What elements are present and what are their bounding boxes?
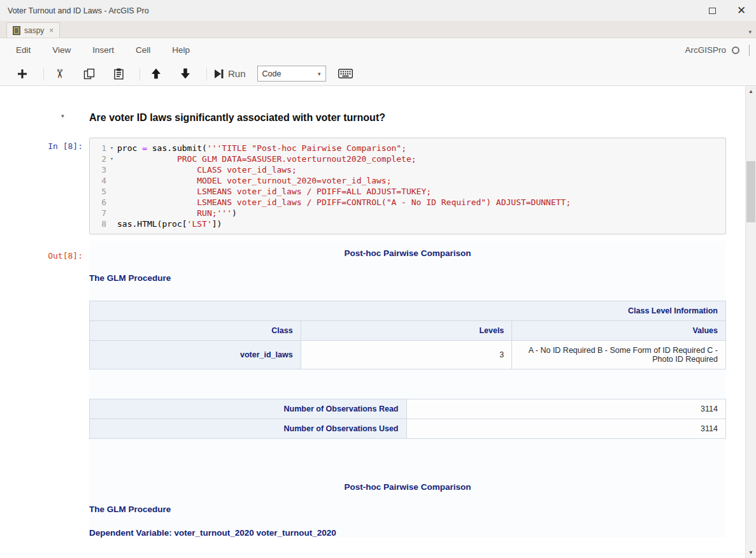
scroll-up-icon[interactable]: ▲ (746, 86, 756, 97)
code-line[interactable]: 8sas.HTML(proc['LST']) (92, 218, 723, 229)
table-cell: A - No ID Required B - Some Form of ID R… (512, 341, 726, 369)
code-line[interactable]: 1▾proc = sas.submit('''TITLE "Post-hoc P… (92, 143, 723, 154)
paste-cell-button[interactable] (109, 65, 128, 83)
app-window: Voter Turnout and ID Laws - ArcGIS Pro ✕… (0, 0, 756, 558)
line-number: 4 (92, 175, 106, 186)
output-cell: Out[8]: Post-hoc Pairwise Comparison The… (0, 241, 745, 538)
plus-icon (17, 69, 27, 79)
move-cell-up-button[interactable] (146, 65, 166, 83)
fold-gutter (106, 197, 117, 208)
menu-view[interactable]: View (52, 45, 71, 55)
line-number: 3 (92, 164, 106, 175)
paste-icon (113, 68, 124, 80)
menu-cell[interactable]: Cell (136, 45, 150, 55)
markdown-heading: Are voter ID laws significantly associat… (89, 111, 385, 124)
observations-table: Number of Observations Read3114Number of… (89, 399, 726, 439)
fold-gutter (106, 164, 117, 175)
tab-bar: saspy × ▾ (0, 21, 756, 38)
table-cell: 3114 (406, 419, 726, 439)
cell-type-dropdown[interactable]: Code ▾ (257, 66, 326, 82)
row-header: voter_id_laws (90, 341, 301, 369)
cut-cell-button[interactable]: ✂ (50, 65, 69, 83)
step-forward-icon (213, 69, 224, 79)
code-line[interactable]: 5 LSMEANS voter_id_laws / PDIFF=ALL ADJU… (92, 186, 723, 197)
vertical-scrollbar[interactable]: ▲ ▼ (745, 86, 756, 558)
kernel-status-icon (732, 46, 739, 54)
table-row: voter_id_laws3A - No ID Required B - Som… (90, 341, 726, 369)
divider (139, 68, 140, 80)
copy-cell-button[interactable] (80, 65, 99, 83)
code-line[interactable]: 6 LSMEANS voter_id_laws / PDIFF=CONTROL(… (92, 197, 723, 208)
fold-arrow-icon[interactable]: ▾ (106, 143, 117, 154)
maximize-button[interactable] (697, 0, 727, 21)
row-header: Number of Observations Used (90, 419, 407, 439)
code-cell[interactable]: In [8]: 1▾proc = sas.submit('''TITLE "Po… (0, 138, 745, 234)
code-line[interactable]: 3 CLASS voter_id_laws; (92, 164, 723, 175)
sas-title: Post-hoc Pairwise Comparison (89, 248, 726, 258)
sas-title-2: Post-hoc Pairwise Comparison (89, 482, 726, 492)
scroll-down-icon[interactable]: ▼ (746, 547, 756, 558)
add-cell-button[interactable] (13, 65, 32, 83)
class-table-header-row: ClassLevelsValues (90, 321, 726, 341)
chevron-down-icon[interactable]: ▾ (748, 29, 752, 35)
code-text: sas.HTML(proc['LST']) (117, 218, 222, 229)
tab-saspy[interactable]: saspy × (6, 22, 60, 38)
move-cell-down-button[interactable] (176, 65, 195, 83)
window-title: Voter Turnout and ID Laws - ArcGIS Pro (8, 6, 149, 15)
column-header: Class (90, 321, 301, 341)
menu-edit[interactable]: Edit (16, 45, 31, 55)
kernel-indicator: ArcGISPro (685, 45, 750, 56)
kernel-name: ArcGISPro (685, 45, 726, 55)
output-prompt: Out[8]: (0, 241, 89, 538)
column-header: Levels (301, 321, 512, 341)
command-palette-button[interactable] (336, 65, 355, 83)
code-text: RUN;''') (117, 208, 237, 218)
code-line[interactable]: 7 RUN;''') (92, 208, 723, 218)
code-line[interactable]: 4 MODEL voter_turnout_2020=voter_id_laws… (92, 175, 723, 186)
cell-type-value: Code (262, 69, 282, 78)
tab-close-icon[interactable]: × (48, 26, 53, 35)
notebook-area: ▾ Are voter ID laws significantly associ… (0, 86, 756, 558)
fold-arrow-icon[interactable]: ▾ (106, 154, 117, 164)
menu-bar: Edit View Insert Cell Help ArcGISPro (0, 38, 756, 62)
table-row: Number of Observations Used3114 (90, 419, 726, 439)
line-number: 8 (92, 218, 106, 229)
menu-insert[interactable]: Insert (92, 45, 114, 55)
collapse-arrow-icon[interactable]: ▾ (0, 111, 89, 124)
code-line[interactable]: 2▾ PROC GLM DATA=SASUSER.voterturnout202… (92, 154, 723, 164)
line-number: 2 (92, 154, 106, 164)
sas-procedure-label-2: The GLM Procedure (89, 504, 726, 514)
divider (749, 45, 750, 56)
scrollbar-thumb[interactable] (746, 161, 755, 222)
menu-help[interactable]: Help (172, 45, 190, 55)
table-cell: 3 (301, 341, 512, 369)
window-controls: ✕ (697, 0, 756, 21)
line-number: 1 (92, 143, 106, 154)
class-table-body: voter_id_laws3A - No ID Required B - Som… (90, 341, 726, 369)
table-cell: 3114 (406, 399, 726, 419)
fold-gutter (106, 186, 117, 197)
fold-gutter (106, 175, 117, 186)
code-editor[interactable]: 1▾proc = sas.submit('''TITLE "Post-hoc P… (89, 138, 726, 234)
tab-label: saspy (24, 26, 44, 35)
run-button[interactable]: Run (213, 65, 246, 83)
line-number: 6 (92, 197, 106, 208)
line-number: 5 (92, 186, 106, 197)
scissors-icon: ✂ (52, 69, 67, 79)
table-caption: Class Level Information (90, 301, 726, 321)
table-row: Number of Observations Read3114 (90, 399, 726, 419)
sas-procedure-label: The GLM Procedure (89, 273, 726, 283)
chevron-down-icon: ▾ (318, 71, 321, 77)
keyboard-icon (338, 69, 353, 78)
notebook-scroll-area[interactable]: ▾ Are voter ID laws significantly associ… (0, 86, 745, 558)
obs-table-body: Number of Observations Read3114Number of… (90, 399, 726, 439)
column-header: Values (512, 321, 726, 341)
markdown-cell[interactable]: ▾ Are voter ID laws significantly associ… (0, 111, 745, 124)
close-button[interactable]: ✕ (727, 0, 756, 21)
code-text: MODEL voter_turnout_2020=voter_id_laws; (117, 175, 391, 186)
divider (206, 68, 207, 80)
class-level-table: Class Level Information ClassLevelsValue… (89, 301, 726, 369)
close-icon: ✕ (737, 5, 746, 16)
row-header: Number of Observations Read (90, 399, 407, 419)
arrow-up-icon (151, 68, 161, 79)
